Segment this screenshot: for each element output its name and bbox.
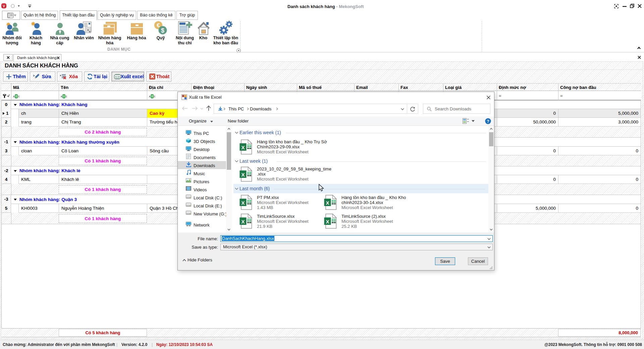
svg-text:X: X bbox=[326, 200, 329, 206]
svg-text:X: X bbox=[326, 219, 329, 225]
svg-text:A: A bbox=[149, 95, 151, 98]
svg-text:A: A bbox=[61, 95, 62, 98]
svg-text:X: X bbox=[241, 172, 245, 178]
svg-text:C: C bbox=[18, 95, 20, 98]
svg-text:A: A bbox=[13, 95, 15, 98]
svg-text:V: V bbox=[3, 4, 5, 8]
svg-text:C: C bbox=[154, 95, 156, 98]
svg-text:?: ? bbox=[487, 119, 489, 124]
svg-text:X: X bbox=[241, 200, 245, 206]
svg-text:XLSX: XLSX bbox=[115, 76, 120, 78]
svg-text:X: X bbox=[241, 219, 245, 225]
svg-text:X: X bbox=[241, 145, 245, 150]
svg-text:$: $ bbox=[161, 27, 164, 34]
svg-text:C: C bbox=[66, 95, 67, 98]
